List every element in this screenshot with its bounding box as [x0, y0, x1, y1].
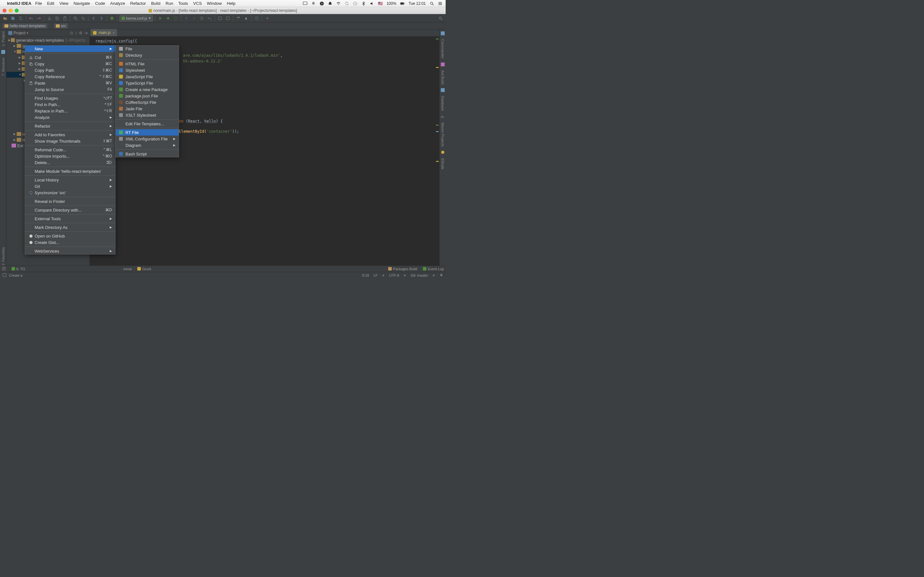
context-menu-item[interactable]: Analyze▶: [25, 114, 115, 121]
bluetooth-icon[interactable]: [361, 1, 366, 6]
search-everywhere-button[interactable]: [437, 15, 444, 21]
submenu-item[interactable]: RT File: [116, 129, 179, 135]
menu-build[interactable]: Build: [151, 1, 160, 6]
context-menu-item[interactable]: Cut⌘X: [25, 54, 115, 61]
clock[interactable]: Tue 12:01: [409, 1, 426, 6]
commit-button[interactable]: [191, 15, 197, 21]
window-zoom-button[interactable]: [15, 9, 19, 13]
caret-position[interactable]: 8:19: [362, 274, 369, 277]
breadcrumb-item[interactable]: src: [54, 23, 68, 29]
context-menu-item[interactable]: Local History▶: [25, 177, 115, 183]
submenu-item[interactable]: JavaScript File: [116, 73, 179, 80]
menu-refactor[interactable]: Refactor: [130, 1, 146, 6]
menu-edit[interactable]: Edit: [47, 1, 54, 6]
menu-vcs[interactable]: VCS: [193, 1, 202, 6]
menu-tools[interactable]: Tools: [178, 1, 188, 6]
wifi-icon[interactable]: [336, 1, 341, 6]
submenu-item[interactable]: Create a new Package: [116, 86, 179, 93]
spotlight-icon[interactable]: [430, 1, 434, 6]
flag-icon[interactable]: 🇺🇸: [378, 1, 383, 6]
submenu-item[interactable]: package.json File: [116, 93, 179, 99]
context-menu-item[interactable]: Reveal in Finder: [25, 198, 115, 205]
project-view-selector[interactable]: Project: [13, 31, 25, 35]
redo-button[interactable]: [36, 15, 42, 21]
context-menu-item[interactable]: WebServices▶: [25, 248, 115, 254]
context-menu-item[interactable]: Find in Path...^⇧F: [25, 101, 115, 108]
run-configuration-selector[interactable]: karma.conf.js▾: [120, 15, 153, 21]
update-project-button[interactable]: [183, 15, 190, 21]
find-button[interactable]: [72, 15, 79, 21]
tool-structure[interactable]: 7: Structure: [1, 58, 5, 76]
undo-button[interactable]: [28, 15, 34, 21]
structure-button[interactable]: [235, 15, 242, 21]
context-menu-item[interactable]: Paste⌘V: [25, 80, 115, 86]
volume-icon[interactable]: [370, 1, 374, 6]
context-menu-item[interactable]: Mark Directory As▶: [25, 224, 115, 230]
close-tab-icon[interactable]: ×: [113, 31, 115, 35]
vcs-button-2[interactable]: [225, 15, 231, 21]
submenu-item[interactable]: File: [116, 45, 179, 52]
settings-gear-icon[interactable]: ⚙: [79, 31, 82, 35]
revert-button[interactable]: [206, 15, 213, 21]
tool-database[interactable]: Database: [441, 96, 445, 111]
context-menu-item[interactable]: Delete...⌦: [25, 159, 115, 166]
scroll-from-source-icon[interactable]: ⊙: [70, 31, 73, 35]
breadcrumb-item[interactable]: hello-react-templates: [3, 23, 47, 29]
window-close-button[interactable]: [3, 9, 6, 13]
hat-icon[interactable]: [328, 1, 333, 6]
replace-button[interactable]: [80, 15, 86, 21]
collapse-all-icon[interactable]: ↕: [75, 31, 77, 35]
vcs-button[interactable]: [217, 15, 223, 21]
git-branch[interactable]: Git: master: [411, 274, 428, 277]
window-minimize-button[interactable]: [9, 9, 13, 13]
copy-button[interactable]: [54, 15, 60, 21]
tool-maven[interactable]: Maven Projects: [441, 122, 445, 147]
tool-grunt[interactable]: Grunt: [137, 267, 151, 271]
tool-event-log[interactable]: Event Log: [423, 267, 444, 271]
submenu-item[interactable]: Stylesheet: [116, 67, 179, 73]
submenu-item[interactable]: XSLT Stylesheet: [116, 112, 179, 118]
tool-todo[interactable]: 6: TO: [11, 267, 25, 271]
battery-icon[interactable]: [400, 1, 405, 6]
menu-navigate[interactable]: Navigate: [73, 1, 90, 6]
tree-node[interactable]: ▶generator-react-templates(~/Projects…: [6, 37, 89, 43]
android-button[interactable]: [243, 15, 249, 21]
history-button[interactable]: [199, 15, 205, 21]
submenu-item[interactable]: Diagram▶: [116, 142, 179, 148]
tool-idetalk[interactable]: IDEtalk: [441, 158, 445, 169]
forward-button[interactable]: [98, 15, 105, 21]
save-all-button[interactable]: [10, 15, 16, 21]
menu-help[interactable]: Help: [227, 1, 236, 6]
make-button[interactable]: [109, 15, 115, 21]
tool-favorites[interactable]: 2: Favorites: [1, 247, 5, 266]
submenu-item[interactable]: Edit File Templates...: [116, 121, 179, 127]
context-menu-item[interactable]: Jump to SourceF4: [25, 86, 115, 93]
context-menu-item[interactable]: Git▶: [25, 183, 115, 189]
tool-commander[interactable]: Commander: [441, 39, 445, 59]
menu-run[interactable]: Run: [166, 1, 173, 6]
context-menu-item[interactable]: Find Usages⌥F7: [25, 95, 115, 101]
context-menu-item[interactable]: Make Module 'hello-react-templates': [25, 168, 115, 174]
context-menu-item[interactable]: Create Gist...: [25, 239, 115, 245]
back-button[interactable]: [90, 15, 97, 21]
file-encoding[interactable]: UTF-8: [389, 274, 399, 277]
editor-tab[interactable]: main.js×: [90, 29, 117, 36]
window-toggle-icon[interactable]: [3, 273, 6, 277]
tool-packages[interactable]: Packages Build: [388, 267, 417, 271]
tool-window-button[interactable]: [2, 267, 6, 271]
context-menu-item[interactable]: Copy Path⇧⌘C: [25, 67, 115, 73]
submenu-item[interactable]: Directory: [116, 52, 179, 58]
context-menu-item[interactable]: Copy Reference⌃⇧⌘C: [25, 73, 115, 80]
context-menu-item[interactable]: Open on GitHub: [25, 233, 115, 239]
menu-analyze[interactable]: Analyze: [110, 1, 125, 6]
submenu-item[interactable]: XML Configuration File▶: [116, 135, 179, 142]
menu-window[interactable]: Window: [207, 1, 222, 6]
context-menu-item[interactable]: Synchronize 'src': [25, 189, 115, 196]
line-separator[interactable]: LF: [373, 274, 378, 277]
tool-project[interactable]: 1: Project: [1, 31, 5, 46]
app-menu[interactable]: IntelliJ IDEA: [7, 1, 31, 6]
context-menu-item[interactable]: Show Image Thumbnails⇧⌘T: [25, 138, 115, 144]
notifications-icon[interactable]: [311, 1, 316, 6]
debug-button[interactable]: [165, 15, 171, 21]
context-menu-item[interactable]: Optimize Imports...⌃⌘O: [25, 153, 115, 159]
